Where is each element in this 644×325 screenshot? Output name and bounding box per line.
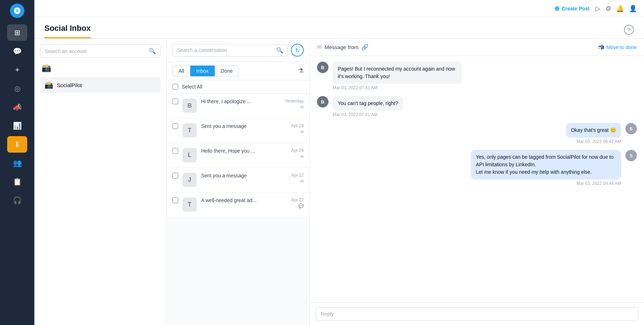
msg-bubble-2: Okay that's great 🙂 [566,123,621,138]
conv-msg-icon-3: ✉ [291,179,304,184]
conv-item-0[interactable]: B Hi there, I apologize ... Yesterday ✉ [167,94,309,118]
plus-icon: ⊕ [554,5,560,13]
msg-row-2: Okay that's great 🙂 Mar 03, 2022 09:42 A… [317,123,637,144]
team-icon: 👥 [13,159,22,167]
msg-from-label: Message from [325,44,358,50]
conv-search-box[interactable]: 🔍 [172,44,288,57]
page-title: Social Inbox [44,24,91,38]
select-all-label: Select All [182,84,203,90]
conv-item-4[interactable]: T A well-needed great ad... Apr 22 💬 [167,192,309,217]
reports-icon: 📋 [13,177,22,186]
conv-avatar-0: B [182,99,197,113]
sender-avatar-0: B [317,62,328,73]
msg-actions: 📬 Move to done [598,44,637,50]
conv-body-4: A well-needed great ad... [201,197,287,203]
conv-search-icon: 🔍 [276,47,283,54]
sidebar-item-download[interactable]: ⬇ [7,136,27,153]
conv-checkbox-3[interactable] [172,173,178,178]
create-post-button[interactable]: ⊕ Create Post [554,5,590,13]
msg-time-0: Mar 03, 2022 07:41 AM [333,85,462,90]
select-all-checkbox[interactable] [172,84,178,90]
conv-meta-2: Apr 28 ✉ [291,148,304,159]
conv-tabs: All Inbox Done ⚗ [167,62,309,80]
msg-body: B Pages! But I reconnected my account ag… [310,56,644,302]
conv-preview-4: A well-needed great ad... [201,197,287,203]
campaigns-icon: 📣 [13,103,22,111]
instagram-section-icon: 📸 [42,63,51,72]
monitor-icon: ◎ [14,84,20,93]
main-content: Social Inbox ? 🔍 📸 📸 SocialPilot [34,17,644,325]
msg-bubble-0: Pages! But I reconnected my account agai… [333,62,462,84]
msg-header: ✉ Message from 🔗 📬 Move to done [310,39,644,56]
user-icon[interactable]: 👤 [629,5,637,13]
sidebar-item-monitor[interactable]: ◎ [7,80,27,97]
sender-avatar-2: S [625,123,637,134]
msg-bubble-col-0: Pages! But I reconnected my account agai… [333,62,462,90]
sidebar-item-connect[interactable]: ✦ [7,62,27,78]
conv-meta-1: Apr 29 ✉ [291,123,304,134]
sidebar-item-team[interactable]: 👥 [7,155,27,171]
help-button[interactable]: ? [624,25,634,35]
external-link-icon[interactable]: 🔗 [361,44,369,51]
video-icon[interactable]: ▷ [595,5,600,13]
panels: 🔍 📸 📸 SocialPilot 🔍 ↻ Al [34,39,644,325]
conv-item-2[interactable]: L Hello there, Hope you ... Apr 28 ✉ [167,143,309,168]
conv-body-0: Hi there, I apologize ... [201,99,280,104]
envelope-icon: ✉ [317,44,322,51]
reply-input[interactable] [316,307,638,321]
tab-all[interactable]: All [172,66,190,76]
conv-meta-4: Apr 22 💬 [291,197,304,209]
account-search-input[interactable] [45,48,146,54]
conv-preview-3: Sent you a message [201,173,287,178]
conv-avatar-4: T [182,197,197,212]
top-nav: ⊕ Create Post ▷ ⚙ 🔔 👤 [0,0,644,17]
account-search-box[interactable]: 🔍 [40,44,161,58]
conv-meta-0: Yesterday ✉ [285,99,304,110]
tab-inbox[interactable]: Inbox [190,66,215,76]
conv-date-2: Apr 28 [291,148,304,153]
sender-avatar-1: B [317,96,328,107]
refresh-button[interactable]: ↻ [291,44,304,57]
conv-avatar-2: L [182,148,197,162]
msg-text-3: Yes, only pages can be tagged from Socia… [476,153,616,176]
conv-checkbox-1[interactable] [172,123,178,129]
notifications-icon[interactable]: 🔔 [616,5,624,13]
select-all-row: Select All [167,80,309,94]
question-icon: ? [628,27,630,33]
conv-msg-icon-4: 💬 [291,204,304,209]
sidebar-item-dashboard[interactable]: ⊞ [7,24,27,41]
conv-avatar-3: J [182,173,197,187]
logo[interactable] [10,4,24,18]
conv-checkbox-0[interactable] [172,99,178,104]
msg-text-2: Okay that's great 🙂 [571,126,616,134]
filter-icon[interactable]: ⚗ [298,67,304,75]
dashboard-icon: ⊞ [14,28,20,37]
sidebar-item-reports[interactable]: 📋 [7,173,27,190]
sidebar-item-campaigns[interactable]: 📣 [7,99,27,115]
sidebar-item-analytics[interactable]: 📊 [7,118,27,134]
conv-checkbox-2[interactable] [172,148,178,154]
sidebar-item-inbox[interactable]: 💬 [7,43,27,59]
conv-checkbox-4[interactable] [172,197,178,203]
msg-time-3: Mar 03, 2022 09:44 AM [576,181,621,186]
conversations-panel: 🔍 ↻ All Inbox Done ⚗ Select All B [167,39,310,325]
msg-from: ✉ Message from 🔗 [317,44,369,51]
conv-preview-2: Hello there, Hope you ... [201,148,287,154]
conv-item-1[interactable]: T Sent you a message Apr 29 ✉ [167,118,309,143]
msg-text-1: You can't tag people, right? [338,100,398,107]
move-to-done-button[interactable]: 📬 Move to done [598,44,637,50]
page-header: Social Inbox ? [34,17,644,39]
message-panel: ✉ Message from 🔗 📬 Move to done B [310,39,644,325]
account-item-socialpilot[interactable]: 📸 SocialPilot [40,77,161,93]
settings-icon[interactable]: ⚙ [605,5,611,13]
msg-time-1: Mar 03, 2022 07:41 AM [333,112,403,117]
tab-done[interactable]: Done [215,66,239,76]
conv-search-input[interactable] [177,47,273,53]
conv-list: B Hi there, I apologize ... Yesterday ✉ … [167,94,309,325]
conv-preview-0: Hi there, I apologize ... [201,99,280,104]
conv-item-3[interactable]: J Sent you a message Apr 22 ✉ [167,168,309,192]
msg-text-0: Pages! But I reconnected my account agai… [338,65,457,80]
support-icon: 🎧 [13,196,22,205]
msg-bubble-3: Yes, only pages can be tagged from Socia… [471,150,621,180]
sidebar-item-support[interactable]: 🎧 [7,192,27,209]
